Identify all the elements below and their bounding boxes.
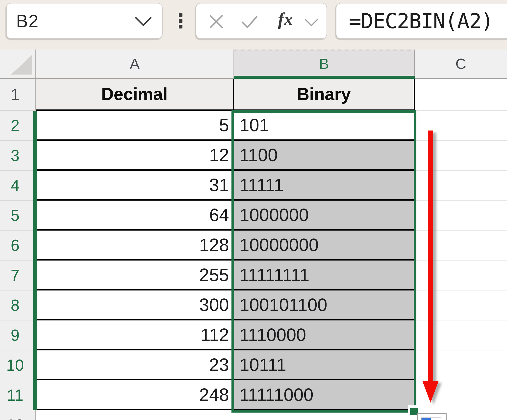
- row-header-10[interactable]: 10: [0, 350, 36, 380]
- column-header-C[interactable]: C: [415, 50, 507, 79]
- cell-A4[interactable]: 31: [36, 171, 234, 201]
- cell-A10[interactable]: 23: [36, 350, 234, 380]
- select-all-button[interactable]: [0, 50, 36, 79]
- selection-border-left: [231, 110, 234, 413]
- row-header-9[interactable]: 9: [0, 320, 36, 350]
- row-header-6[interactable]: 6: [0, 231, 36, 261]
- cell-A7[interactable]: 255: [36, 261, 234, 290]
- row-header-3[interactable]: 3: [0, 141, 36, 171]
- chevron-down-icon[interactable]: [305, 19, 318, 27]
- name-box-value: B2: [16, 11, 39, 31]
- selection-border-bottom: [231, 410, 409, 413]
- formula-toolbar: B2 fx =DEC2BIN(A2): [0, 0, 507, 50]
- row-header-5[interactable]: 5: [0, 201, 36, 231]
- cell-B5[interactable]: 1000000: [234, 201, 415, 231]
- row-header-4[interactable]: 4: [0, 171, 36, 201]
- toolbar-drag-handle-icon[interactable]: [179, 13, 183, 28]
- select-all-triangle-icon: [11, 55, 32, 75]
- column-header-A[interactable]: A: [36, 50, 234, 79]
- row-header-1[interactable]: 1: [0, 79, 36, 111]
- insert-function-fx-icon[interactable]: fx: [278, 9, 293, 29]
- row-header-8[interactable]: 8: [0, 290, 36, 320]
- cell-A1[interactable]: Decimal: [36, 79, 234, 111]
- cell-B1[interactable]: Binary: [234, 79, 415, 111]
- cell-B3[interactable]: 1100: [234, 141, 415, 171]
- auto-fill-options-button[interactable]: [417, 413, 447, 420]
- cancel-x-icon[interactable]: [209, 14, 224, 29]
- row-header-11[interactable]: 11: [0, 380, 36, 410]
- selection-border-top: [231, 110, 416, 113]
- row-header-12[interactable]: 12: [0, 410, 36, 420]
- cell-A2[interactable]: 5: [36, 111, 234, 141]
- cell-B6[interactable]: 10000000: [234, 231, 415, 261]
- cell-A11[interactable]: 248: [36, 380, 234, 410]
- enter-check-icon[interactable]: [241, 15, 258, 29]
- row-header-7[interactable]: 7: [0, 261, 36, 290]
- column-b-selected-underline: [234, 76, 415, 79]
- formula-buttons: fx: [196, 3, 327, 39]
- cell-A12[interactable]: [36, 410, 234, 420]
- auto-fill-options-icon: [421, 418, 441, 420]
- chevron-down-icon[interactable]: [134, 16, 152, 27]
- cell-B2-active[interactable]: 101: [234, 111, 415, 141]
- cell-A6[interactable]: 128: [36, 231, 234, 261]
- row-header-2[interactable]: 2: [0, 111, 36, 141]
- cell-A5[interactable]: 64: [36, 201, 234, 231]
- spreadsheet-app: B2 fx =DEC2BIN(A2): [0, 0, 507, 420]
- column-b-top-dashes: [234, 50, 415, 51]
- cell-A3[interactable]: 12: [36, 141, 234, 171]
- cell-C1[interactable]: [415, 79, 507, 111]
- name-box[interactable]: B2: [6, 3, 163, 39]
- cell-B7[interactable]: 11111111: [234, 261, 415, 290]
- column-header-B[interactable]: B: [234, 50, 415, 79]
- cell-A9[interactable]: 112: [36, 320, 234, 350]
- cell-A8[interactable]: 300: [36, 290, 234, 320]
- cell-B4[interactable]: 11111: [234, 171, 415, 201]
- cell-B8[interactable]: 100101100: [234, 290, 415, 320]
- formula-text: =DEC2BIN(A2): [349, 9, 493, 33]
- cell-B10[interactable]: 10111: [234, 350, 415, 380]
- cell-B9[interactable]: 1110000: [234, 320, 415, 350]
- row-headers-selected-strip: [33, 111, 37, 410]
- formula-bar-input[interactable]: =DEC2BIN(A2): [336, 3, 507, 39]
- cell-B11[interactable]: 11111000: [234, 380, 415, 410]
- red-down-arrow: [416, 124, 451, 411]
